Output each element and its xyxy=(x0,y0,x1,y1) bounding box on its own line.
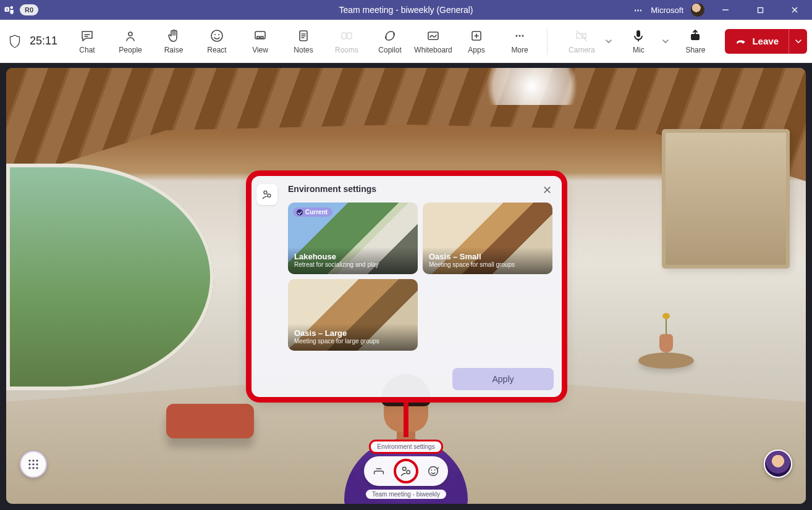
dialog-title: Environment settings xyxy=(288,184,554,194)
svg-point-18 xyxy=(522,35,524,36)
window-minimize-button[interactable] xyxy=(712,0,739,20)
toolbar-share[interactable]: Share xyxy=(674,23,716,60)
whiteboard-icon xyxy=(426,28,441,43)
svg-point-30 xyxy=(403,467,407,471)
skylight-decor xyxy=(470,68,594,105)
toolbar-whiteboard[interactable]: Whiteboard xyxy=(412,23,454,60)
svg-point-16 xyxy=(516,35,518,36)
svg-point-25 xyxy=(32,463,34,465)
mic-options-chevron[interactable] xyxy=(659,29,672,54)
reactions-button[interactable] xyxy=(421,459,446,483)
window-maximize-button[interactable] xyxy=(746,0,774,20)
svg-text:T: T xyxy=(6,8,8,12)
toolbar-apps[interactable]: Apps xyxy=(455,23,497,60)
meeting-timer: 25:11 xyxy=(30,35,57,48)
smile-icon xyxy=(426,464,440,478)
svg-point-5 xyxy=(211,30,222,41)
leave-options-chevron[interactable] xyxy=(789,29,807,54)
seat-button[interactable] xyxy=(366,459,391,483)
apply-button[interactable]: Apply xyxy=(452,368,554,390)
view-icon xyxy=(253,28,268,43)
camera-options-chevron[interactable] xyxy=(603,29,615,54)
toolbar-copilot[interactable]: Copilot xyxy=(369,23,411,60)
svg-point-7 xyxy=(218,34,219,35)
environment-card-name: Lakehouse xyxy=(294,252,412,261)
toolbar-more[interactable]: More xyxy=(499,23,541,60)
window-title: Team meeting - biweekly (General) xyxy=(339,5,473,15)
svg-point-36 xyxy=(268,194,271,197)
svg-rect-12 xyxy=(342,33,346,39)
leave-button[interactable]: Leave xyxy=(725,29,807,54)
svg-point-34 xyxy=(434,469,436,470)
svg-point-31 xyxy=(407,470,410,474)
toolbar-raise[interactable]: Raise xyxy=(153,23,195,60)
toolbar-mic[interactable]: Mic xyxy=(617,23,659,60)
grid-icon xyxy=(28,459,39,470)
svg-rect-13 xyxy=(347,33,352,39)
react-icon xyxy=(209,28,224,43)
raise-hand-icon xyxy=(166,28,181,43)
copilot-icon xyxy=(383,28,397,43)
toolbar-view[interactable]: View xyxy=(239,23,281,60)
environment-card-desc: Retreat for socializing and play xyxy=(294,261,412,268)
current-chip: Current xyxy=(293,207,332,217)
svg-rect-19 xyxy=(636,30,640,37)
side-table-decor xyxy=(638,353,694,408)
toolbar-people[interactable]: People xyxy=(109,23,151,60)
dialog-side-tab[interactable] xyxy=(256,184,277,205)
svg-point-35 xyxy=(264,191,267,194)
callout-connector xyxy=(404,400,408,437)
wall-art-decor xyxy=(662,129,790,269)
app-grid-button[interactable] xyxy=(20,451,47,478)
svg-point-28 xyxy=(32,467,34,469)
dialog-close-button[interactable] xyxy=(540,183,554,196)
toolbar-rooms[interactable]: Rooms xyxy=(326,23,368,60)
share-icon xyxy=(688,28,703,43)
notes-icon xyxy=(296,28,311,43)
environment-card[interactable]: Oasis – LargeMeeting space for large gro… xyxy=(288,279,418,351)
user-avatar[interactable] xyxy=(691,3,704,17)
ottoman-decor xyxy=(166,404,254,438)
svg-point-17 xyxy=(519,35,521,36)
environment-card-name: Oasis – Small xyxy=(429,252,546,261)
meeting-name-chip: Team meeting - biweekly xyxy=(366,490,446,499)
toolbar-chat[interactable]: Chat xyxy=(66,23,108,60)
toolbar-divider xyxy=(547,28,548,55)
environment-settings-dialog: Environment settings CurrentLakehouseRet… xyxy=(251,175,562,398)
camera-off-icon xyxy=(574,28,589,43)
svg-point-26 xyxy=(36,463,38,465)
toolbar-notes[interactable]: Notes xyxy=(282,23,324,60)
environment-card[interactable]: CurrentLakehouseRetreat for socializing … xyxy=(288,203,418,274)
environment-settings-tooltip: Environment settings xyxy=(369,440,442,454)
close-icon xyxy=(543,186,551,194)
toolbar-react[interactable]: React xyxy=(196,23,238,60)
org-label: Microsoft xyxy=(651,6,683,15)
environment-card-desc: Meeting space for large groups xyxy=(294,338,412,345)
svg-point-2 xyxy=(11,6,14,9)
environment-card[interactable]: Oasis – SmallMeeting space for small gro… xyxy=(423,203,552,274)
apps-icon xyxy=(469,28,484,43)
space-action-pill xyxy=(364,456,448,486)
shield-icon xyxy=(9,34,21,49)
hangup-icon xyxy=(735,35,747,48)
environment-card-name: Oasis – Large xyxy=(294,328,412,338)
teams-logo-icon: T xyxy=(4,4,15,15)
svg-point-6 xyxy=(214,34,216,35)
svg-point-21 xyxy=(28,459,30,461)
participant-avatar-bubble[interactable] xyxy=(764,449,792,478)
chevron-down-icon xyxy=(606,40,612,43)
svg-point-29 xyxy=(36,467,38,469)
mic-icon xyxy=(631,28,646,43)
svg-rect-3 xyxy=(758,7,763,12)
chevron-down-icon xyxy=(795,40,801,43)
window-left-decor xyxy=(6,164,214,390)
window-close-button[interactable] xyxy=(781,0,808,20)
svg-point-24 xyxy=(28,463,30,465)
rooms-icon xyxy=(339,28,354,43)
environment-card-desc: Meeting space for small groups xyxy=(429,261,546,268)
environment-settings-button[interactable] xyxy=(394,459,418,483)
titlebar-more-icon[interactable]: ⋯ xyxy=(634,6,643,15)
svg-point-33 xyxy=(431,469,432,470)
environment-icon xyxy=(261,188,273,201)
toolbar-camera[interactable]: Camera xyxy=(560,23,603,60)
